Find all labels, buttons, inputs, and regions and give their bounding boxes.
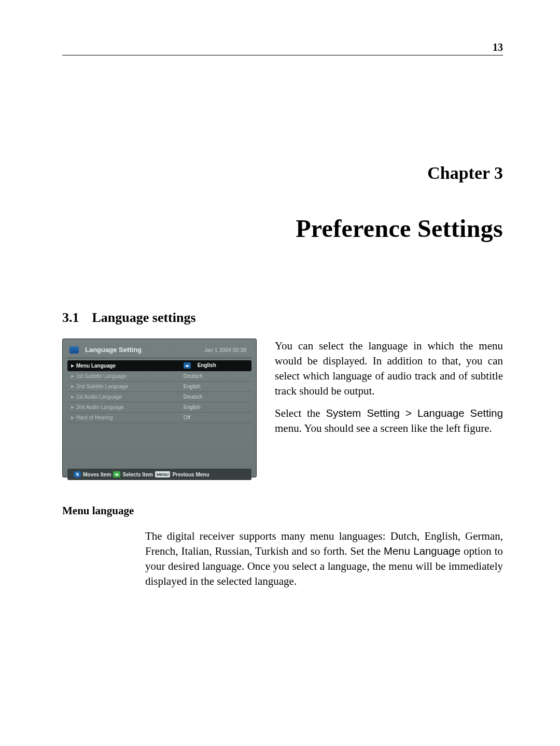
osd-row-label: Menu Language — [76, 363, 175, 369]
osd-row-label: 1st Subtitle Language — [76, 373, 175, 379]
page-number: 13 — [493, 41, 503, 53]
body-paragraph: The digital receiver supports many menu … — [145, 529, 503, 589]
osd-row-1st-audio-language[interactable]: ▶ 1st Audio Language Deutsch — [67, 392, 251, 402]
osd-row-2nd-subtitle-language[interactable]: ▶ 2nd Subtitle Language English — [67, 382, 251, 392]
hint-selects-label: Selects Item — [122, 472, 152, 477]
hint-previous-label: Previous Menu — [172, 472, 209, 477]
osd-row-value: English — [175, 404, 250, 410]
osd-title: Language Setting — [85, 346, 142, 354]
subheading-menu-language: Menu language — [62, 504, 503, 517]
osd-settings-list: ▶ Menu Language ◂▸ English ▶ 1st Subtitl… — [67, 360, 251, 423]
menu-path: System Setting > Lan­guage Setting — [326, 407, 503, 419]
osd-row-2nd-audio-language[interactable]: ▶ 2nd Audio Language English — [67, 402, 251, 413]
section-heading: 3.1 Language settings — [62, 310, 503, 326]
chevron-right-icon: ▶ — [71, 405, 75, 410]
chapter-title: Preference Settings — [62, 214, 503, 243]
left-right-arrows-icon: ◂▸ — [184, 362, 191, 369]
osd-row-hard-of-hearing[interactable]: ▶ Hard of Hearing Off — [67, 413, 251, 423]
osd-row-value: Deutsch — [175, 373, 250, 379]
osd-row-value: Deutsch — [175, 394, 250, 400]
paragraph: You can select the language in which the… — [275, 339, 503, 399]
chapter-label: Chapter 3 — [62, 163, 503, 183]
osd-hint-bar: ⇅ Moves Item ⇆ Selects Item MENU Previou… — [67, 469, 251, 480]
chevron-right-icon: ▶ — [71, 384, 75, 389]
chevron-right-icon: ▶ — [71, 415, 75, 420]
header-rule — [62, 55, 503, 55]
document-page: 13 Chapter 3 Preference Settings 3.1 Lan… — [0, 0, 560, 746]
figure-and-text-row: Language Setting Jan 1 2004 00:38 ▶ Menu… — [62, 339, 503, 477]
osd-datetime: Jan 1 2004 00:38 — [204, 347, 246, 353]
brand-icon — [69, 346, 79, 354]
osd-row-menu-language[interactable]: ▶ Menu Language ◂▸ English — [67, 360, 251, 371]
option-name: Menu Language — [384, 545, 460, 557]
osd-row-label: 1st Audio Language — [76, 394, 175, 400]
dpad-horizontal-icon: ⇆ — [113, 471, 120, 477]
osd-row-value: Off — [175, 415, 250, 420]
osd-title-bar: Language Setting Jan 1 2004 00:38 — [67, 344, 251, 358]
dpad-vertical-icon: ⇅ — [74, 471, 81, 477]
osd-row-label: Hard of Hearing — [76, 415, 175, 420]
figure-container: Language Setting Jan 1 2004 00:38 ▶ Menu… — [62, 339, 257, 477]
hint-moves-label: Moves Item — [83, 472, 111, 477]
osd-row-label: 2nd Subtitle Language — [76, 384, 175, 389]
osd-row-value: English — [175, 384, 250, 389]
menu-key-icon: MENU — [155, 471, 171, 477]
osd-row-1st-subtitle-language[interactable]: ▶ 1st Subtitle Language Deutsch — [67, 371, 251, 382]
chevron-right-icon: ▶ — [71, 374, 75, 378]
chevron-right-icon: ▶ — [71, 363, 75, 368]
chevron-right-icon: ▶ — [71, 395, 75, 399]
tv-osd-figure: Language Setting Jan 1 2004 00:38 ▶ Menu… — [62, 339, 257, 477]
osd-row-label: 2nd Audio Language — [76, 404, 175, 410]
right-column-text: You can select the language in which the… — [275, 339, 503, 443]
paragraph: Select the System Setting > Lan­guage Se… — [275, 406, 503, 436]
osd-row-value: ◂▸ English — [175, 362, 250, 369]
section-number: 3.1 — [62, 310, 79, 326]
section-title: Language settings — [92, 310, 196, 326]
